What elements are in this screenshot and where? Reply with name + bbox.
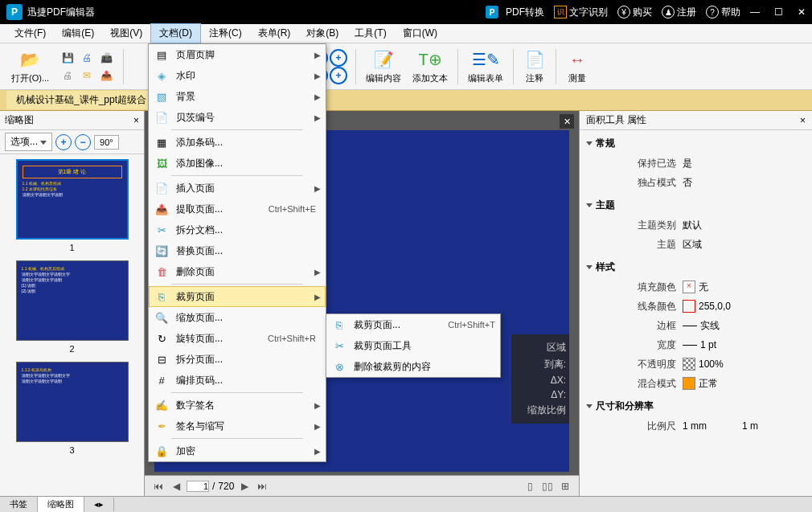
- layout2-icon[interactable]: ▯▯: [540, 479, 555, 494]
- properties-close[interactable]: ×: [800, 115, 806, 126]
- pdf-convert-link[interactable]: PPDF转换: [486, 6, 544, 19]
- menu-insert-page[interactable]: 📄插入页面▶: [149, 178, 326, 199]
- submenu-crop-page[interactable]: ⎘裁剪页面...Ctrl+Shift+T: [326, 314, 500, 335]
- maximize-button[interactable]: ☐: [774, 6, 783, 18]
- next-page-icon[interactable]: ▶: [237, 479, 252, 494]
- printer2-icon[interactable]: 🖨: [59, 67, 76, 84]
- rotate-button[interactable]: 90°: [94, 135, 119, 150]
- width-value[interactable]: 1 pt: [683, 339, 799, 350]
- menu-replace-page[interactable]: 🔄替换页面...: [149, 240, 326, 261]
- header-footer-icon: ▤: [154, 47, 170, 62]
- last-page-icon[interactable]: ⏭: [255, 479, 269, 494]
- pdf-icon: P: [486, 6, 498, 18]
- menu-comment[interactable]: 注释(C): [201, 24, 250, 43]
- zoom-in2-icon[interactable]: +: [330, 67, 347, 84]
- help-link[interactable]: ?帮助: [706, 6, 740, 19]
- menu-watermark[interactable]: ◈水印▶: [149, 65, 326, 86]
- tab-arrow[interactable]: ◂▸: [84, 498, 114, 511]
- opacity-value[interactable]: 100%: [683, 358, 799, 371]
- bates-icon: 📄: [154, 110, 170, 125]
- collapse-icon[interactable]: [586, 203, 593, 207]
- minimize-button[interactable]: ―: [750, 6, 760, 18]
- menu-file[interactable]: 文件(F): [6, 24, 54, 43]
- add-text-button[interactable]: T⊕ 添加文本: [408, 47, 453, 86]
- menu-edit[interactable]: 编辑(E): [54, 24, 102, 43]
- scale-value[interactable]: 1 mm1 m: [683, 420, 799, 432]
- export-icon[interactable]: 📤: [97, 67, 115, 84]
- tab-bookmark[interactable]: 书签: [0, 497, 38, 512]
- menu-view[interactable]: 视图(V): [102, 24, 150, 43]
- edit-content-button[interactable]: 📝 编辑内容: [361, 47, 406, 86]
- menu-delete-page[interactable]: 🗑删除页面▶: [149, 261, 326, 282]
- menu-extract-page[interactable]: 📤提取页面...Ctrl+Shift+E: [149, 199, 326, 219]
- menu-sign-abbrev[interactable]: ✒签名与缩写▶: [149, 416, 326, 436]
- first-page-icon[interactable]: ⏮: [151, 479, 166, 494]
- layout3-icon[interactable]: ⊞: [558, 479, 572, 494]
- document-tab-bar: 机械设计基础_课件_ppt超级合: [0, 90, 812, 111]
- menu-split-page[interactable]: ⊟拆分页面...: [149, 349, 326, 370]
- thumbnail-panel-close[interactable]: ×: [133, 115, 139, 126]
- page-navigation: ⏮ ◀ /720 ▶ ⏭ ▯ ▯▯ ⊞: [145, 475, 579, 496]
- email-icon[interactable]: ✉: [78, 67, 96, 84]
- menu-document[interactable]: 文档(D): [150, 23, 201, 43]
- register-link[interactable]: ♟注册: [662, 6, 696, 19]
- app-logo-icon: P: [6, 4, 23, 20]
- scan-icon[interactable]: 📠: [97, 49, 115, 67]
- collapse-icon[interactable]: [586, 404, 593, 408]
- collapse-icon[interactable]: [586, 141, 593, 145]
- subject-type-value[interactable]: 默认: [683, 219, 799, 232]
- subject-value[interactable]: 区域: [683, 238, 799, 252]
- close-doc-icon[interactable]: ✕: [560, 114, 574, 129]
- menu-header-footer[interactable]: ▤页眉页脚▶: [149, 44, 326, 65]
- menu-digital-sign[interactable]: ✍数字签名▶: [149, 395, 326, 416]
- edit-form-button[interactable]: ☰✎ 编辑表单: [463, 47, 508, 86]
- menu-add-barcode[interactable]: ▦添加条码...: [149, 132, 326, 153]
- save-icon[interactable]: 💾: [59, 49, 76, 67]
- line-color-value[interactable]: 255,0,0: [683, 300, 799, 313]
- menu-add-image[interactable]: 🖼添加图像...: [149, 153, 326, 174]
- prev-page-icon[interactable]: ◀: [169, 479, 183, 494]
- tab-thumbnail[interactable]: 缩略图: [38, 497, 84, 512]
- buy-link[interactable]: ¥购买: [617, 6, 652, 19]
- submenu-delete-cropped[interactable]: ⊗删除被裁剪的内容: [326, 356, 500, 377]
- menu-rotate-page[interactable]: ↻旋转页面...Ctrl+Shift+R: [149, 328, 326, 349]
- options-button[interactable]: 选项...: [5, 133, 52, 151]
- menu-window[interactable]: 窗口(W): [395, 24, 445, 43]
- submenu-crop-tool[interactable]: ✂裁剪页面工具: [326, 335, 500, 356]
- blend-value[interactable]: 正常: [683, 377, 799, 391]
- keep-selected-value[interactable]: 是: [683, 157, 799, 170]
- measure-button[interactable]: ↔ 测量: [561, 47, 593, 86]
- menu-bates[interactable]: 📄贝茨编号▶: [149, 107, 326, 128]
- thumbnail-3[interactable]: 1.1.2 机器与机构 说明文字说明文字说明文字 说明文字说明文字说明 3: [5, 362, 139, 455]
- menu-tool[interactable]: 工具(T): [347, 24, 394, 43]
- menu-zoom-page[interactable]: 🔍缩放页面...: [149, 307, 326, 328]
- layout1-icon[interactable]: ▯: [523, 479, 537, 494]
- menu-encrypt[interactable]: 🔒加密▶: [149, 440, 326, 461]
- collapse-icon[interactable]: [586, 265, 593, 269]
- thumbnail-2[interactable]: 1.1 机械、机构及其组成 说明文字说明文字说明文字 说明文字说明文字说明 (1…: [5, 260, 139, 354]
- zoom-in-icon[interactable]: +: [330, 49, 347, 67]
- close-button[interactable]: ✕: [798, 6, 806, 18]
- border-value[interactable]: 实线: [683, 319, 799, 333]
- menu-crop-page[interactable]: ⎘裁剪页面▶: [149, 286, 326, 307]
- measure-overlay: 区域 到离: ΔX: ΔY: 缩放比例: [511, 334, 569, 424]
- menu-split-doc[interactable]: ✂拆分文档...: [149, 219, 326, 240]
- fill-color-value[interactable]: ×无: [683, 281, 799, 294]
- folder-open-icon: 📂: [19, 48, 42, 71]
- thumbnail-1[interactable]: 第1章 绪 论 1.1 机械、机构及组成 1.2 本课程性质任务 说明文字说明文…: [5, 159, 139, 252]
- thumbnail-panel-title: 缩略图: [5, 113, 34, 127]
- exclusive-value[interactable]: 否: [683, 176, 799, 190]
- menu-arrange-pagenum[interactable]: #编排页码...: [149, 370, 326, 391]
- line-icon: [683, 345, 697, 346]
- page-input[interactable]: [187, 481, 209, 492]
- menu-object[interactable]: 对象(B): [298, 24, 347, 43]
- document-tab[interactable]: 机械设计基础_课件_ppt超级合: [6, 91, 156, 109]
- annotate-button[interactable]: 📄 注释: [519, 47, 551, 86]
- menu-form[interactable]: 表单(R): [250, 24, 299, 43]
- thumb-zoom-in-icon[interactable]: +: [55, 134, 72, 150]
- print-icon[interactable]: 🖨: [78, 49, 96, 67]
- thumb-zoom-out-icon[interactable]: −: [75, 134, 91, 150]
- open-button[interactable]: 📂 打开(O)...: [6, 47, 54, 86]
- ocr-link[interactable]: 识文字识别: [554, 6, 608, 19]
- menu-background[interactable]: ▧背景▶: [149, 86, 326, 107]
